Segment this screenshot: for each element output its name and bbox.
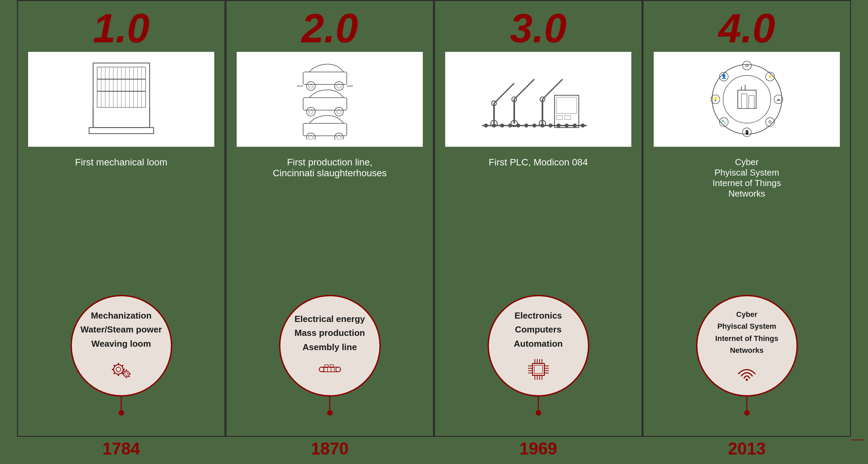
svg-point-18 [114,365,123,374]
main-container: complexity years ▶ 1.0 [17,0,851,464]
stem-line-3 [538,397,539,410]
stem-line-1 [121,397,122,410]
big-circle-2: Electrical energyMass productionAsembly … [279,295,381,397]
svg-point-44 [307,107,315,116]
svg-point-19 [116,367,121,372]
svg-point-136 [746,379,748,381]
wifi-icon [736,363,758,383]
iot-image: ♻ ⚡ ☁ ⚙ 📱 🔧 💡 👤 [668,59,826,140]
stem-dot-1 [119,410,124,416]
svg-point-54 [319,367,324,372]
svg-point-88 [532,123,536,127]
industry-column-4: 4.0 [643,0,851,437]
svg-rect-79 [556,116,563,120]
industry-column-1: 1.0 [17,0,225,437]
svg-line-27 [122,365,123,366]
svg-text:🔧: 🔧 [721,119,727,125]
loom-image [42,59,200,140]
svg-point-55 [336,367,340,372]
svg-rect-48 [303,123,347,136]
circle-text-4a: CyberPhyiscal SystemInternet of ThingsNe… [715,308,778,356]
svg-rect-43 [303,98,347,110]
svg-point-89 [540,123,544,127]
svg-point-28 [123,371,130,377]
svg-text:💡: 💡 [712,96,718,102]
stem-dot-3 [536,410,541,416]
svg-line-74 [554,79,563,87]
description-4: CyberPhyiscal SystemInternet of ThingsNe… [706,154,788,202]
svg-line-26 [114,373,115,374]
conveyor-icon [318,361,342,379]
svg-point-86 [516,123,520,127]
year-1969: 1969 [434,439,643,462]
version-1: 1.0 [93,1,150,52]
svg-text:☁: ☁ [776,97,781,102]
svg-point-93 [573,123,577,127]
big-circle-1: MechanizationWater/Steam powerWeaving lo… [71,295,172,397]
cars-image [251,59,409,140]
industry-column-2: 2.0 [225,0,434,437]
year-1870: 1870 [225,439,434,462]
circle-container-1: MechanizationWater/Steam powerWeaving lo… [71,295,172,416]
svg-text:👤: 👤 [721,74,727,79]
svg-rect-78 [556,97,577,114]
version-3: 3.0 [510,1,567,52]
image-box-3 [445,52,631,147]
version-4: 4.0 [718,1,775,52]
stem-line-2 [329,397,330,410]
timeline-row: 1784 1870 1969 2013 [17,437,851,464]
svg-point-87 [524,123,528,127]
svg-text:⚙: ⚙ [768,119,772,124]
svg-point-92 [565,123,569,127]
big-circle-4: CyberPhyiscal SystemInternet of ThingsNe… [696,295,798,397]
svg-point-37 [307,82,315,90]
svg-rect-15 [89,127,153,134]
svg-point-84 [500,123,504,127]
svg-line-24 [114,365,115,366]
version-2: 2.0 [301,1,358,52]
big-circle-3: ElectronicsComputersAutomation [488,295,589,397]
circle-container-3: ElectronicsComputersAutomation [488,295,589,416]
plc-image [459,59,617,140]
svg-rect-96 [534,365,542,374]
svg-text:⚡: ⚡ [767,74,773,79]
svg-point-82 [484,123,488,127]
gears-icon [110,358,133,383]
svg-rect-117 [749,96,754,108]
description-1: First mechanical loom [68,154,174,181]
svg-point-51 [334,133,343,140]
svg-point-46 [334,107,343,116]
image-box-1 [28,52,214,147]
chip-icon [527,358,550,383]
circle-text-2: Electrical energyMass productionAsembly … [294,312,365,355]
svg-point-29 [125,372,128,376]
svg-line-35 [129,377,130,378]
svg-point-94 [580,123,585,127]
circle-text-1: MechanizationWater/Steam powerWeaving lo… [80,309,162,351]
stem-dot-2 [327,410,333,416]
svg-point-85 [508,123,512,127]
svg-line-69 [526,79,534,87]
description-2: First production line,Cincinnati slaught… [266,154,393,182]
stem-dot-4 [744,410,750,416]
svg-point-91 [556,123,560,127]
svg-point-90 [548,123,552,127]
description-3: First PLC, Modicon 084 [482,154,595,181]
svg-rect-36 [303,72,347,84]
circle-text-3: ElectronicsComputersAutomation [514,309,563,351]
svg-text:📱: 📱 [744,129,750,135]
industry-column-3: 3.0 [434,0,643,437]
svg-point-39 [334,82,343,90]
svg-line-34 [123,371,124,372]
stem-line-4 [746,397,747,410]
image-box-2 [237,52,422,147]
svg-text:♻: ♻ [745,63,749,68]
svg-point-49 [307,133,315,140]
svg-rect-77 [554,95,578,127]
year-1784: 1784 [17,439,225,462]
svg-rect-116 [741,94,747,108]
svg-rect-80 [565,116,571,120]
year-2013: 2013 [643,439,851,462]
columns-row: 1.0 [17,0,851,437]
svg-line-64 [506,83,514,91]
